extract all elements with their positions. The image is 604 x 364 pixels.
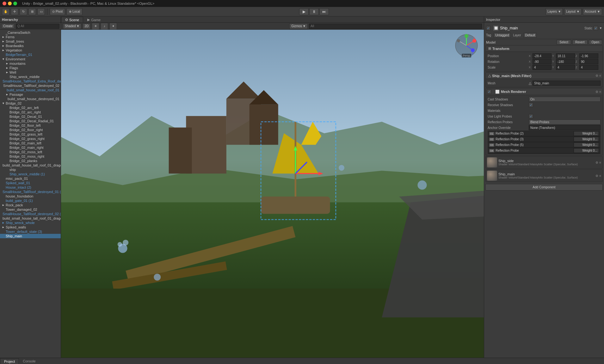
static-dropdown-arrow[interactable]: ▼ bbox=[599, 27, 602, 30]
hierarchy-item-misc_pack[interactable]: misc_pack_01 bbox=[0, 176, 61, 181]
tab-console[interactable]: Console bbox=[19, 358, 39, 364]
hierarchy-item-smallhouse_dest1[interactable]: SmallHouse_TallRoof_destroyed_01 (1) bbox=[0, 190, 61, 194]
reflection-probes-dropdown[interactable]: Blend Probes bbox=[529, 119, 601, 124]
hierarchy-item-tower_damaged[interactable]: Tower_damaged_02 bbox=[0, 207, 61, 212]
persp-label[interactable]: Persp bbox=[462, 54, 471, 58]
hierarchy-item-bridge02_planks[interactable]: Bridge_02_planks bbox=[0, 159, 61, 163]
hierarchy-item-build_tall_dragon2[interactable]: build_small_house_tall_roof_01_dragon bbox=[0, 216, 61, 221]
hierarchy-item-environment[interactable]: Environment bbox=[0, 57, 61, 61]
fx-toggle[interactable]: ✦ bbox=[109, 23, 117, 30]
scale-tool-button[interactable]: ⊞ bbox=[28, 8, 36, 15]
rotation-y-input[interactable] bbox=[556, 59, 575, 64]
hierarchy-item-smallhouse_tallroof_dest2[interactable]: SmallHouse_TallRoof_destroyed_02 bbox=[0, 83, 61, 88]
transform-header[interactable]: ⊞ Transform bbox=[486, 46, 602, 52]
hierarchy-item-bridge02_main_right[interactable]: Bridge_02_main_right bbox=[0, 145, 61, 150]
layer-dropdown[interactable]: Default bbox=[524, 33, 537, 38]
hierarchy-item-bridge02_floor_right[interactable]: Bridge_02_floor_right bbox=[0, 128, 61, 132]
hierarchy-item-small_trees[interactable]: Small_trees bbox=[0, 39, 61, 44]
play-button[interactable]: ▶ bbox=[299, 8, 309, 15]
lights-toggle[interactable]: ☀ bbox=[92, 23, 99, 30]
static-checkbox[interactable] bbox=[594, 26, 598, 30]
hierarchy-create-button[interactable]: Create bbox=[1, 24, 15, 28]
hierarchy-item-ship_wreck_middle[interactable]: Ship_wreck_middle bbox=[0, 75, 61, 79]
rect-tool-button[interactable]: ▭ bbox=[37, 8, 45, 15]
tab-game[interactable]: ▶ Game bbox=[83, 17, 105, 22]
material-settings-0[interactable]: ⚙ bbox=[595, 161, 598, 164]
hierarchy-item-smallhouse_tallroof_extra[interactable]: SmallHouse_TallRoof_Extra_Roof_dama bbox=[0, 79, 61, 83]
revert-button[interactable]: Revert bbox=[572, 40, 587, 45]
local-button[interactable]: ⊕ Local bbox=[66, 8, 83, 15]
hierarchy-item-boardwalks[interactable]: Boardwalks bbox=[0, 44, 61, 48]
hierarchy-item-ship_wreck_whole[interactable]: Ship_wreck_whole bbox=[0, 221, 61, 225]
hierarchy-item-ferns[interactable]: Ferns bbox=[0, 35, 61, 39]
hierarchy-item-bridge02_grass_right[interactable]: Bridge_02_grass_right bbox=[0, 136, 61, 141]
hierarchy-item-house_intact[interactable]: House_intact (2) bbox=[0, 185, 61, 190]
position-y-input[interactable] bbox=[556, 53, 575, 58]
tab-scene[interactable]: ⊙ Scene bbox=[61, 17, 83, 22]
position-x-input[interactable] bbox=[533, 53, 552, 58]
scale-x-input[interactable] bbox=[533, 65, 552, 70]
hierarchy-item-bridge02_main_left[interactable]: Bridge_02_main_left bbox=[0, 141, 61, 145]
material-menu-1[interactable]: ≡ bbox=[599, 174, 601, 178]
mesh-filter-settings-icon[interactable]: ⚙ bbox=[595, 74, 598, 77]
mesh-filter-header[interactable]: △ Ship_main (Mesh Filter) ⚙ ≡ bbox=[486, 73, 602, 79]
pivot-button[interactable]: ⊙ Pivot bbox=[50, 8, 65, 15]
probe-weight-input[interactable] bbox=[574, 148, 599, 153]
mesh-renderer-enable[interactable] bbox=[487, 89, 491, 94]
hierarchy-item-flags[interactable]: Flags bbox=[0, 66, 61, 70]
hierarchy-item-ship_main[interactable]: Ship_main bbox=[0, 234, 61, 238]
hierarchy-item-bridge02_moss_right[interactable]: Bridge_02_moss_right bbox=[0, 154, 61, 159]
probe-weight-input[interactable] bbox=[574, 137, 599, 142]
hierarchy-item-rock_pack[interactable]: Rock_pack bbox=[0, 203, 61, 207]
hierarchy-item-bridge02_decal01[interactable]: Bridge_02_Decal_01 bbox=[0, 114, 61, 119]
hierarchy-item-house_foundation[interactable]: house_foundation bbox=[0, 194, 61, 198]
layout-dropdown[interactable]: Layout ▼ bbox=[564, 8, 582, 15]
use-light-probes-checkbox[interactable] bbox=[529, 114, 533, 118]
mesh-input[interactable] bbox=[533, 81, 601, 86]
hierarchy-search-input[interactable] bbox=[16, 24, 59, 29]
hierarchy-item-well[interactable]: Well bbox=[0, 70, 61, 75]
hierarchy-item-bridge02[interactable]: Bridge_02 bbox=[0, 101, 61, 106]
open-button[interactable]: Open bbox=[589, 40, 602, 45]
mesh-filter-menu-icon[interactable]: ≡ bbox=[599, 74, 601, 77]
maximize-button[interactable] bbox=[13, 2, 17, 5]
hierarchy-item-smallhouse_dest2[interactable]: SmallHouse_TallRoof_destroyed_02 (3) bbox=[0, 212, 61, 216]
scene-search-input[interactable] bbox=[309, 24, 482, 29]
rotate-tool-button[interactable]: ↻ bbox=[20, 8, 27, 15]
hierarchy-item-build_tall_dragon[interactable]: build_small_house_tall_roof_01_dragon bbox=[0, 163, 61, 167]
scene-viewport[interactable]: X Y Z Persp bbox=[61, 30, 484, 358]
probe-weight-input[interactable] bbox=[574, 131, 599, 136]
cast-shadows-dropdown[interactable]: On bbox=[529, 97, 601, 102]
step-button[interactable]: ⏭ bbox=[319, 8, 329, 15]
account-dropdown[interactable]: Account ▼ bbox=[583, 8, 602, 15]
scale-z-input[interactable] bbox=[579, 65, 598, 70]
tag-dropdown[interactable]: Untagged bbox=[494, 33, 510, 38]
hierarchy-item-bridge02_decal_radial[interactable]: Bridge_02_Decal_Radial_01 bbox=[0, 119, 61, 123]
pause-button[interactable]: ⏸ bbox=[309, 8, 319, 15]
position-z-input[interactable] bbox=[579, 53, 598, 58]
hierarchy-item-build_small_house[interactable]: build_small_house_straw_roof_01 bbox=[0, 88, 61, 92]
hierarchy-item-build_gate1[interactable]: build_gate_01 (1) bbox=[0, 198, 61, 203]
anchor-override-input[interactable] bbox=[529, 125, 601, 130]
2d-toggle[interactable]: 2D bbox=[83, 23, 90, 29]
hierarchy-item-vegetation[interactable]: Vegetation bbox=[0, 48, 61, 52]
mesh-renderer-menu-icon[interactable]: ≡ bbox=[599, 90, 601, 94]
receive-shadows-checkbox[interactable] bbox=[529, 103, 533, 107]
material-settings-1[interactable]: ⚙ bbox=[595, 174, 598, 178]
hierarchy-item-spiked_walls[interactable]: Spiked_walls bbox=[0, 225, 61, 229]
hierarchy-item-passage[interactable]: Passage bbox=[0, 92, 61, 97]
hierarchy-item-bridge02_arc_left[interactable]: Bridge_02_arc_left bbox=[0, 106, 61, 110]
minimize-button[interactable] bbox=[8, 2, 12, 5]
hierarchy-item-bridgeterrain[interactable]: BridgeTerrain_01 bbox=[0, 52, 61, 57]
hierarchy-item-smallhouse_dest[interactable]: build_small_house_destroyed_01 bbox=[0, 97, 61, 101]
gizmos-dropdown[interactable]: Gizmos ▼ bbox=[289, 23, 308, 29]
hand-tool-button[interactable]: ✋ bbox=[2, 8, 9, 15]
tab-project[interactable]: Project bbox=[0, 358, 19, 364]
hierarchy-item-bridge02_arc_right[interactable]: Bridge_02_arc_right bbox=[0, 110, 61, 114]
hierarchy-item-spiked_wall[interactable]: Spiked_wall_01 bbox=[0, 181, 61, 185]
close-button[interactable] bbox=[3, 2, 6, 5]
hierarchy-item-tower_default[interactable]: Tower_default_state (3) bbox=[0, 229, 61, 234]
hierarchy-item-bridge02_moss_left[interactable]: Bridge_02_moss_left bbox=[0, 150, 61, 154]
rotation-x-input[interactable] bbox=[533, 59, 552, 64]
add-component-button[interactable]: Add Component bbox=[485, 184, 603, 191]
